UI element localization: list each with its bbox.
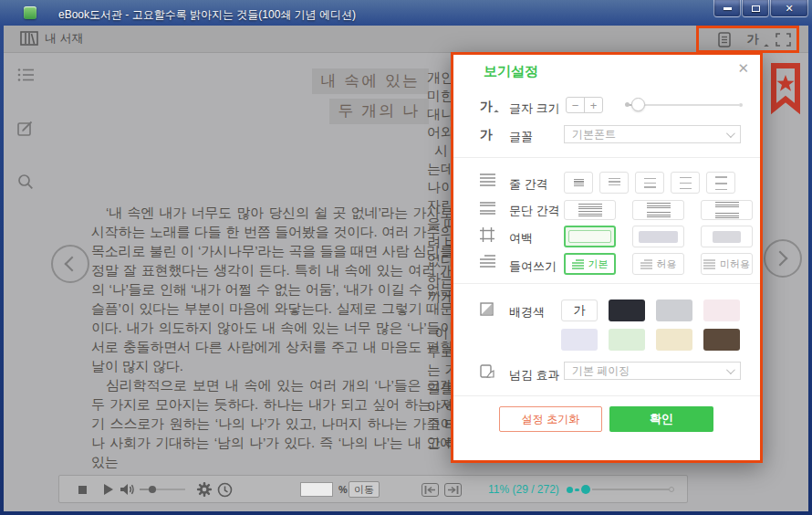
line-spacing-icon xyxy=(480,173,495,186)
line-spacing-option-2[interactable] xyxy=(599,172,629,194)
chapter-heading-line2: 두 개의 나 xyxy=(329,99,429,124)
close-icon: ✕ xyxy=(785,4,793,14)
previous-page-button[interactable] xyxy=(51,245,89,283)
minimize-button[interactable] xyxy=(713,0,741,17)
bg-swatch-beige[interactable] xyxy=(656,329,692,351)
margin-option-1-selected[interactable] xyxy=(564,226,616,247)
timer-clock-icon[interactable] xyxy=(217,482,233,498)
tts-stop-button[interactable] xyxy=(78,486,87,494)
minimize-icon xyxy=(724,7,732,10)
volume-slider-track[interactable] xyxy=(140,489,185,490)
skip-to-end-button[interactable] xyxy=(444,483,462,497)
app-content: 내 서재 가 내 속에 있는 두 개의 나 xyxy=(4,26,808,511)
bg-swatch-lavender[interactable] xyxy=(561,329,598,351)
page-turn-effect-icon xyxy=(480,364,494,379)
page-turn-effect-label: 넘김 효과 xyxy=(509,367,560,384)
next-page-button[interactable] xyxy=(764,239,802,278)
line-spacing-option-1[interactable] xyxy=(564,172,593,194)
bg-swatch-dark[interactable] xyxy=(609,300,645,321)
font-size-decrease-button[interactable]: − xyxy=(567,98,584,112)
skip-to-start-button[interactable] xyxy=(422,483,439,497)
indent-option-label: 미허용 xyxy=(720,258,750,271)
goto-button[interactable]: 이동 xyxy=(349,481,380,498)
chevron-down-icon xyxy=(726,365,735,374)
indent-option-default-selected[interactable]: 기본 xyxy=(564,253,616,275)
line-spacing-option-3[interactable] xyxy=(635,172,664,194)
font-size-slider[interactable] xyxy=(626,98,741,112)
percent-sign: % xyxy=(338,484,348,495)
line-spacing-label: 줄 간격 xyxy=(509,176,548,193)
reset-settings-button[interactable]: 설정 초기화 xyxy=(499,406,602,432)
progress-slider-knob[interactable] xyxy=(581,485,590,494)
my-library-button[interactable]: 내 서재 xyxy=(20,30,84,47)
bg-swatch-pink[interactable] xyxy=(703,300,740,321)
margin-label: 여백 xyxy=(509,230,533,247)
line-spacing-option-4[interactable] xyxy=(671,172,700,194)
reading-progress-text: 11% (29 / 272) xyxy=(488,483,559,496)
confirm-button[interactable]: 확인 xyxy=(609,406,713,432)
indent-option-label: 허용 xyxy=(657,258,677,271)
font-settings-icon[interactable]: 가 xyxy=(743,30,763,48)
panel-close-icon[interactable]: ✕ xyxy=(737,60,749,77)
app-window: eBook도서관 - 고요할수록 밝아지는 것들(100쇄 기념 에디션) ✕ … xyxy=(0,0,812,515)
bg-swatch-white-selected[interactable]: 가 xyxy=(561,300,598,321)
bg-swatch-brown[interactable] xyxy=(703,329,740,351)
tts-play-button[interactable] xyxy=(104,484,113,495)
page-turn-effect-select[interactable]: 기본 페이징 xyxy=(564,362,741,380)
font-size-slider-knob[interactable] xyxy=(631,98,645,111)
search-icon[interactable] xyxy=(17,173,36,192)
margin-option-3[interactable] xyxy=(701,226,753,247)
bookshelf-icon xyxy=(20,31,38,46)
font-size-increase-button[interactable]: + xyxy=(584,98,602,112)
margin-option-2[interactable] xyxy=(632,226,684,247)
line-spacing-option-5[interactable] xyxy=(706,172,735,194)
page-turn-effect-value: 기본 페이징 xyxy=(572,363,630,379)
bg-swatch-gray[interactable] xyxy=(656,300,692,321)
title-bar: eBook도서관 - 고요할수록 밝아지는 것들(100쇄 기념 에디션) ✕ xyxy=(0,0,812,26)
bookmark-icon[interactable] xyxy=(769,62,802,115)
view-settings-icon[interactable] xyxy=(714,30,734,48)
settings-gear-icon[interactable] xyxy=(196,481,213,498)
indent-option-label: 기본 xyxy=(588,258,609,271)
page-percent-input[interactable] xyxy=(300,482,333,497)
indent-option-allow[interactable]: 허용 xyxy=(632,253,684,275)
font-size-stepper: − + xyxy=(566,97,603,113)
maximize-button[interactable] xyxy=(742,0,769,17)
maximize-icon xyxy=(752,5,760,12)
progress-slider-end xyxy=(669,487,674,492)
paragraph-spacing-option-2[interactable] xyxy=(632,200,684,220)
paragraph: 심리학적으로 보면 내 속에 있는 여러 개의 ‘나’들은 크게 두 가지로 모… xyxy=(91,375,453,471)
font-icon: 가 xyxy=(480,127,493,143)
background-color-icon xyxy=(480,302,494,316)
my-library-label: 내 서재 xyxy=(45,30,84,47)
bg-swatch-green[interactable] xyxy=(609,329,645,351)
paragraph-spacing-option-3[interactable] xyxy=(701,200,753,220)
indent-option-disallow[interactable]: 미허용 xyxy=(701,253,753,275)
font-select[interactable]: 기본폰트 xyxy=(564,125,741,143)
page-text: ‘내 속엔 내가 너무도 많아 당신의 쉴 곳 없네’라는 가사로 시작하는 노… xyxy=(91,203,453,471)
chapter-heading: 내 속에 있는 두 개의 나 xyxy=(4,68,429,129)
paragraph-spacing-label: 문단 간격 xyxy=(509,203,560,219)
font-select-value: 기본폰트 xyxy=(572,127,616,142)
panel-title: 보기설정 xyxy=(484,63,538,80)
chapter-heading-line1: 내 속에 있는 xyxy=(312,68,429,94)
paragraph-spacing-option-1[interactable] xyxy=(564,200,616,220)
font-size-label: 글자 크기 xyxy=(509,100,560,117)
progress-slider-track[interactable] xyxy=(592,489,669,490)
view-settings-panel: 보기설정 ✕ 가 글자 크기 − + 가 글꼴 기본폰트 xyxy=(451,52,763,463)
background-color-label: 배경색 xyxy=(509,304,545,321)
fullscreen-icon[interactable] xyxy=(773,30,793,48)
paragraph: ‘내 속엔 내가 너무도 많아 당신의 쉴 곳 없네’라는 가사로 시작하는 노… xyxy=(91,203,453,375)
close-button[interactable]: ✕ xyxy=(770,0,808,17)
window-controls: ✕ xyxy=(713,0,808,17)
margin-icon xyxy=(480,227,494,242)
indent-icon xyxy=(480,255,495,268)
font-size-icon: 가 xyxy=(480,99,493,115)
volume-icon[interactable] xyxy=(120,482,135,497)
chevron-left-icon xyxy=(65,257,80,272)
window-title: eBook도서관 - 고요할수록 밝아지는 것들(100쇄 기념 에디션) xyxy=(58,7,356,23)
app-toolbar: 내 서재 가 xyxy=(4,26,808,53)
volume-slider-knob[interactable] xyxy=(149,486,156,493)
chevron-down-icon xyxy=(726,129,735,138)
progress-dot xyxy=(567,487,573,493)
